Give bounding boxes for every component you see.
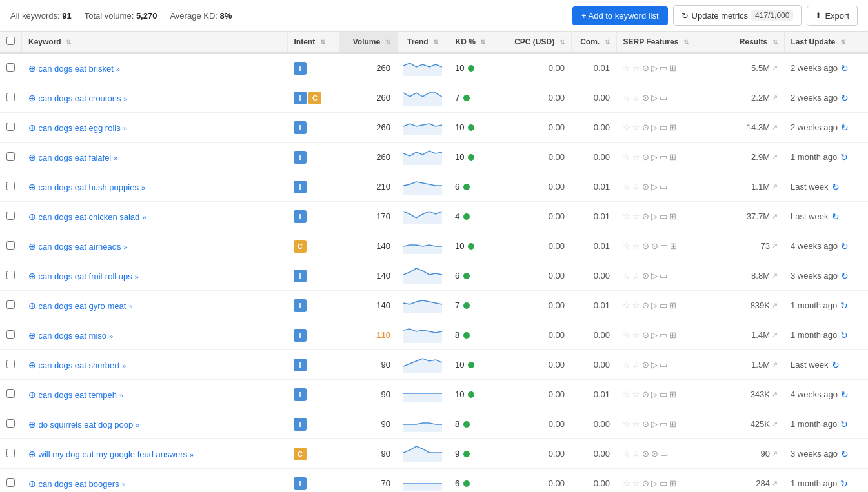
row-checkbox[interactable]	[6, 241, 15, 250]
column-header-results[interactable]: Results ⇅	[720, 32, 784, 53]
column-header-serp[interactable]: SERP Features ⇅	[616, 32, 720, 53]
keyword-link[interactable]: do squirrels eat dog poop	[39, 420, 134, 429]
keyword-link[interactable]: can dogs eat miso	[39, 331, 107, 340]
row-checkbox-cell[interactable]	[0, 261, 22, 291]
add-keyword-icon[interactable]: ⊕	[28, 330, 36, 340]
keyword-link[interactable]: can dogs eat falafel	[39, 153, 112, 162]
row-checkbox[interactable]	[6, 419, 15, 428]
com-cell: 0.00	[571, 439, 616, 469]
refresh-row-icon[interactable]: ↻	[841, 449, 849, 459]
export-button[interactable]: ⬆ Export	[807, 6, 858, 26]
keyword-link[interactable]: can dogs eat gyro meat	[39, 301, 126, 311]
row-checkbox[interactable]	[6, 123, 15, 131]
add-keyword-icon[interactable]: ⊕	[28, 152, 36, 162]
add-keyword-icon[interactable]: ⊕	[28, 241, 36, 251]
column-header-update[interactable]: Last Update ⇅	[784, 32, 868, 53]
add-keyword-icon[interactable]: ⊕	[28, 478, 36, 489]
column-header-kd[interactable]: KD % ⇅	[449, 32, 507, 53]
row-checkbox[interactable]	[6, 300, 15, 309]
row-checkbox-cell[interactable]	[0, 53, 22, 83]
last-update-cell: 1 month ago↻	[784, 143, 868, 172]
row-checkbox[interactable]	[6, 182, 15, 190]
row-checkbox-cell[interactable]	[0, 83, 22, 113]
refresh-row-icon[interactable]: ↻	[841, 63, 849, 74]
keyword-link[interactable]: can dogs eat chicken salad	[39, 212, 140, 222]
row-checkbox-cell[interactable]	[0, 350, 22, 380]
row-checkbox[interactable]	[6, 93, 15, 101]
column-header-intent[interactable]: Intent ⇅	[287, 32, 339, 53]
add-keyword-icon[interactable]: ⊕	[28, 271, 36, 281]
row-checkbox-cell[interactable]	[0, 291, 22, 320]
add-keyword-icon[interactable]: ⊕	[28, 212, 36, 222]
add-keyword-icon[interactable]: ⊕	[28, 449, 36, 459]
refresh-row-icon[interactable]: ↻	[840, 419, 848, 429]
keyword-link[interactable]: can dogs eat tempeh	[39, 390, 117, 400]
column-header-volume[interactable]: Volume ⇅	[339, 32, 397, 53]
keyword-link[interactable]: can dogs eat brisket	[39, 64, 114, 74]
add-keyword-icon[interactable]: ⊕	[28, 300, 36, 311]
row-checkbox[interactable]	[6, 63, 15, 72]
row-checkbox-cell[interactable]	[0, 202, 22, 231]
refresh-row-icon[interactable]: ↻	[841, 389, 849, 400]
row-checkbox[interactable]	[6, 478, 15, 487]
add-keyword-icon[interactable]: ⊕	[28, 93, 36, 103]
refresh-row-icon[interactable]: ↻	[840, 478, 848, 489]
row-checkbox-cell[interactable]	[0, 439, 22, 469]
keyword-link[interactable]: can dogs eat airheads	[39, 242, 121, 251]
add-keyword-icon[interactable]: ⊕	[28, 419, 36, 429]
cpc-value: 0.00	[549, 182, 565, 192]
keyword-arrows-icon: »	[142, 213, 146, 221]
keyword-link[interactable]: can dogs eat boogers	[39, 479, 119, 489]
keyword-link[interactable]: can dogs eat egg rolls	[39, 123, 121, 133]
add-keyword-icon[interactable]: ⊕	[28, 63, 36, 74]
row-checkbox[interactable]	[6, 212, 15, 220]
refresh-row-icon[interactable]: ↻	[832, 182, 840, 192]
select-all-checkbox[interactable]	[6, 37, 15, 45]
row-checkbox-cell[interactable]	[0, 409, 22, 439]
refresh-row-icon[interactable]: ↻	[832, 360, 840, 370]
add-to-keyword-list-button[interactable]: + Add to keyword list	[572, 6, 668, 25]
refresh-row-icon[interactable]: ↻	[841, 241, 849, 251]
trend-cell	[397, 83, 449, 113]
column-header-com[interactable]: Com. ⇅	[571, 32, 616, 53]
intent-cell: IC	[287, 83, 339, 113]
add-keyword-icon[interactable]: ⊕	[28, 389, 36, 400]
cpc-value: 0.00	[549, 212, 565, 221]
row-checkbox-cell[interactable]	[0, 231, 22, 261]
column-header-trend[interactable]: Trend ⇅	[397, 32, 449, 53]
row-checkbox[interactable]	[6, 271, 15, 279]
keyword-arrows-icon: »	[123, 124, 127, 132]
column-header-keyword[interactable]: Keyword ⇅	[22, 32, 288, 53]
refresh-row-icon[interactable]: ↻	[840, 300, 848, 311]
refresh-row-icon[interactable]: ↻	[841, 123, 849, 133]
refresh-row-icon[interactable]: ↻	[841, 271, 849, 281]
select-all-header[interactable]	[0, 32, 22, 53]
refresh-row-icon[interactable]: ↻	[840, 330, 848, 340]
row-checkbox-cell[interactable]	[0, 380, 22, 409]
keyword-link[interactable]: can dogs eat sherbert	[39, 360, 120, 370]
column-header-cpc[interactable]: CPC (USD) ⇅	[507, 32, 571, 53]
row-checkbox-cell[interactable]	[0, 143, 22, 172]
row-checkbox[interactable]	[6, 360, 15, 368]
row-checkbox-cell[interactable]	[0, 469, 22, 493]
row-checkbox[interactable]	[6, 449, 15, 457]
row-checkbox-cell[interactable]	[0, 172, 22, 202]
keyword-link[interactable]: can dogs eat fruit roll ups	[39, 271, 132, 281]
add-keyword-icon[interactable]: ⊕	[28, 182, 36, 192]
update-metrics-button[interactable]: ↻ Update metrics 417/1,000	[673, 5, 802, 26]
results-ext-icon: ↗	[772, 123, 778, 132]
keyword-link[interactable]: will my dog eat my google feud answers	[39, 449, 188, 459]
row-checkbox-cell[interactable]	[0, 320, 22, 350]
refresh-row-icon[interactable]: ↻	[832, 212, 840, 222]
row-checkbox[interactable]	[6, 330, 15, 339]
row-checkbox[interactable]	[6, 152, 15, 161]
refresh-row-icon[interactable]: ↻	[840, 152, 848, 162]
row-checkbox[interactable]	[6, 389, 15, 398]
keyword-link[interactable]: can dogs eat hush puppies	[39, 182, 139, 192]
add-keyword-icon[interactable]: ⊕	[28, 360, 36, 370]
add-keyword-icon[interactable]: ⊕	[28, 123, 36, 133]
refresh-row-icon[interactable]: ↻	[841, 93, 849, 103]
keyword-link[interactable]: can dogs eat croutons	[39, 93, 121, 103]
row-checkbox-cell[interactable]	[0, 113, 22, 143]
com-value: 0.01	[594, 182, 610, 192]
